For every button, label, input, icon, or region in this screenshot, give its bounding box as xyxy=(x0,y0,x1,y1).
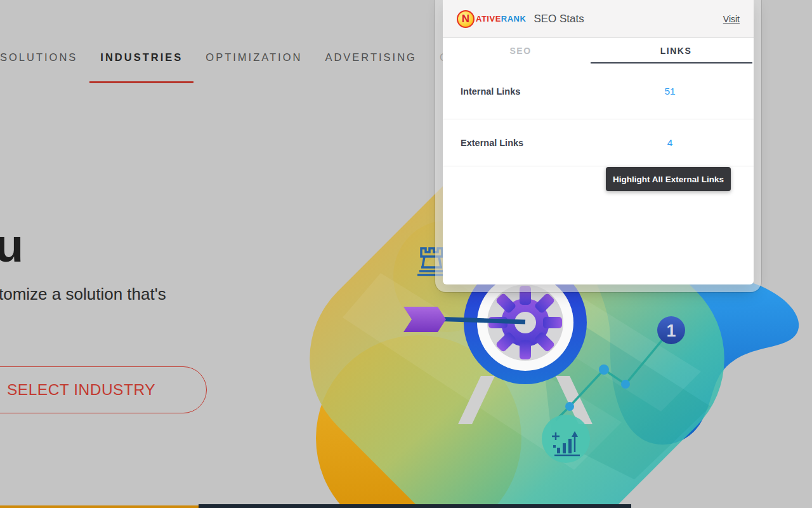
external-links-label: External Links xyxy=(461,138,632,148)
footer-strip-orange xyxy=(0,505,199,508)
nav-item-industries[interactable]: INDUSTRIES xyxy=(100,51,183,64)
visit-link[interactable]: Visit xyxy=(723,14,740,24)
nav-item-solutions[interactable]: SOLUTIONS xyxy=(0,51,77,64)
brand-name: ATIVERANK xyxy=(476,14,526,23)
rook-icon xyxy=(417,248,446,275)
main-nav: SOLUTIONS INDUSTRIES OPTIMIZATION ADVERT… xyxy=(0,51,478,64)
yellow-circle-shape xyxy=(316,335,521,508)
page-background: SOLUTIONS INDUSTRIES OPTIMIZATION ADVERT… xyxy=(0,0,812,508)
nav-item-optimization[interactable]: OPTIMIZATION xyxy=(206,51,302,64)
hero-heading-fragment: u xyxy=(0,222,23,269)
easel-legs xyxy=(458,376,593,424)
arrow-icon xyxy=(403,307,525,332)
rank-badge-number: 1 xyxy=(666,321,676,340)
blob-light-band xyxy=(343,273,622,470)
brand-name-red: ATIVE xyxy=(476,14,501,23)
seo-stats-popup: N ATIVERANK SEO Stats Visit SEO LINKS In… xyxy=(443,0,754,284)
select-industry-button[interactable]: SELECT INDUSTRY xyxy=(0,366,207,413)
growth-chart-icon xyxy=(556,335,666,420)
internal-links-label: Internal Links xyxy=(461,86,632,97)
external-links-row: External Links 4 xyxy=(443,119,754,166)
brand-name-blue: RANK xyxy=(501,14,527,23)
internal-links-row: Internal Links 51 xyxy=(443,64,754,119)
popup-tabs: SEO LINKS xyxy=(443,38,754,64)
nav-item-advertising[interactable]: ADVERTISING xyxy=(325,51,417,64)
popup-header: N ATIVERANK SEO Stats Visit xyxy=(443,0,754,38)
blob-dark-wedge xyxy=(536,295,710,479)
internal-links-count[interactable]: 51 xyxy=(632,86,708,97)
popup-title: SEO Stats xyxy=(534,13,584,25)
highlight-external-links-button[interactable]: Highlight All External Links xyxy=(606,167,731,191)
blue-swoosh-shape xyxy=(596,283,799,444)
external-links-count[interactable]: 4 xyxy=(632,137,708,149)
bar-chart-plus-icon xyxy=(542,415,590,463)
hero-subtext-fragment: tomize a solution that's xyxy=(0,284,166,304)
tab-links[interactable]: LINKS xyxy=(598,38,754,64)
rank-one-badge: 1 xyxy=(657,316,685,344)
footer-strip-dark xyxy=(199,504,631,508)
nativerank-logo-icon: N xyxy=(457,10,475,28)
tab-seo[interactable]: SEO xyxy=(443,38,598,64)
